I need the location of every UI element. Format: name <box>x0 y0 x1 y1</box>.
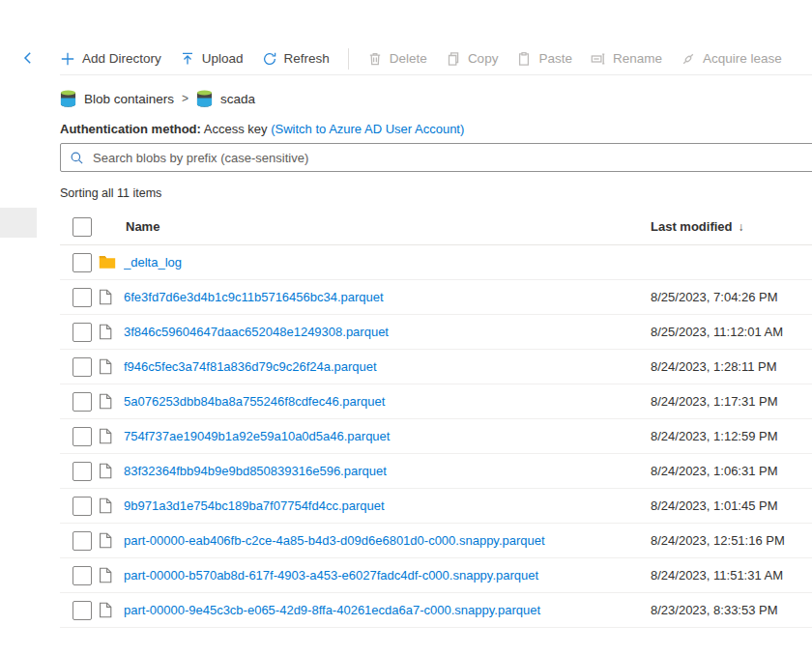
breadcrumb-separator: > <box>182 92 188 105</box>
toolbar-refresh-button[interactable]: Refresh <box>262 51 330 67</box>
toolbar-rename-button: Rename <box>591 51 662 67</box>
toolbar-item-label: Acquire lease <box>703 51 782 66</box>
toolbar-paste-button: Paste <box>516 51 572 67</box>
blob-name-link[interactable]: 6fe3fd7d6e3d4b1c9c11b5716456bc34.parquet <box>124 290 384 304</box>
last-modified-value: 8/24/2023, 1:17:31 PM <box>651 394 812 409</box>
file-icon <box>99 498 112 514</box>
rename-icon <box>591 51 606 67</box>
row-checkbox[interactable] <box>72 531 92 551</box>
sorting-status: Sorting all 11 items <box>60 186 161 200</box>
breadcrumb-current[interactable]: scada <box>220 92 255 106</box>
table-row: 6fe3fd7d6e3d4b1c9c11b5716456bc34.parquet… <box>60 280 812 315</box>
blob-table: Name Last modified ↓ _delta_log 6fe3fd7d… <box>60 209 812 628</box>
table-header: Name Last modified ↓ <box>60 209 812 245</box>
toolbar-acquire-lease-button: Acquire lease <box>681 51 782 67</box>
blob-name-link[interactable]: part-00000-b570ab8d-617f-4903-a453-e6027… <box>124 568 538 583</box>
blob-name-link[interactable]: 5a076253dbb84ba8a755246f8cdfec46.parquet <box>124 394 385 409</box>
last-modified-value: 8/24/2023, 11:51:31 AM <box>651 568 812 583</box>
last-modified-value: 8/24/2023, 1:01:45 PM <box>651 498 812 513</box>
file-icon <box>99 358 112 375</box>
paste-icon <box>516 51 532 67</box>
last-modified-value: 8/25/2023, 11:12:01 AM <box>651 325 812 339</box>
sort-descending-icon: ↓ <box>739 220 744 234</box>
switch-auth-link[interactable]: (Switch to Azure AD User Account) <box>271 122 464 136</box>
row-checkbox[interactable] <box>72 392 92 412</box>
file-icon <box>99 602 112 618</box>
row-checkbox[interactable] <box>72 323 92 342</box>
search-icon <box>70 151 84 165</box>
blob-name-link[interactable]: 83f32364fbb94b9e9bd850839316e596.parquet <box>124 464 387 478</box>
last-modified-value: 8/25/2023, 7:04:26 PM <box>651 290 812 304</box>
row-checkbox[interactable] <box>72 566 92 585</box>
left-panel-fragment <box>0 208 37 238</box>
toolbar-upload-button[interactable]: Upload <box>180 51 244 67</box>
file-icon <box>99 567 112 583</box>
row-checkbox[interactable] <box>72 253 92 272</box>
blob-name-link[interactable]: 9b971a3d1e754bc189ba7f07754fd4cc.parquet <box>124 498 385 513</box>
copy-icon <box>446 51 461 67</box>
file-icon <box>99 463 112 479</box>
table-row: 754f737ae19049b1a92e59a10a0d5a46.parquet… <box>60 419 812 454</box>
search-box[interactable] <box>60 143 812 172</box>
plus-icon <box>60 51 75 67</box>
row-checkbox[interactable] <box>72 601 92 620</box>
table-row: f946c5fec3a74f81a836d79c9c26f24a.parquet… <box>60 350 812 384</box>
breadcrumb: Blob containers > scada <box>60 87 255 110</box>
last-modified-value: 8/24/2023, 1:06:31 PM <box>651 464 812 478</box>
toolbar-copy-button: Copy <box>446 51 499 67</box>
file-icon <box>99 289 112 305</box>
row-checkbox[interactable] <box>72 288 92 307</box>
folder-icon <box>99 255 116 270</box>
search-input[interactable] <box>93 151 804 165</box>
back-button[interactable] <box>16 46 40 70</box>
file-icon <box>99 532 112 549</box>
auth-method-line: Authentication method: Access key (Switc… <box>60 122 464 136</box>
last-modified-value: 8/24/2023, 12:51:16 PM <box>651 533 812 548</box>
chevron-left-icon <box>20 50 36 66</box>
auth-method-value: Access key <box>204 122 268 136</box>
table-row: _delta_log <box>60 245 812 280</box>
toolbar-item-label: Add Directory <box>82 51 161 66</box>
table-row: 3f846c59604647daac652048e1249308.parquet… <box>60 315 812 350</box>
trash-icon <box>367 51 383 67</box>
toolbar-item-label: Refresh <box>284 51 330 66</box>
blob-container-icon <box>60 89 76 108</box>
row-checkbox[interactable] <box>72 427 92 446</box>
toolbar-add-directory-button[interactable]: Add Directory <box>60 51 161 67</box>
upload-icon <box>180 51 195 67</box>
toolbar: Add Directory Upload Refresh Delete Copy… <box>60 43 782 74</box>
table-row: 83f32364fbb94b9e9bd850839316e596.parquet… <box>60 454 812 489</box>
toolbar-item-label: Copy <box>468 51 499 66</box>
blob-name-link[interactable]: part-00000-9e45c3cb-e065-42d9-8ffa-40261… <box>124 603 540 617</box>
last-modified-value: 8/24/2023, 1:28:11 PM <box>651 359 812 374</box>
file-icon <box>99 393 112 410</box>
blob-name-link[interactable]: _delta_log <box>124 255 182 270</box>
file-icon <box>99 324 112 340</box>
last-modified-column-header[interactable]: Last modified ↓ <box>651 219 812 234</box>
toolbar-delete-button: Delete <box>367 51 427 67</box>
toolbar-item-label: Upload <box>202 51 244 66</box>
blob-name-link[interactable]: part-00000-eab406fb-c2ce-4a85-b4d3-d09d6… <box>124 533 545 548</box>
auth-method-label: Authentication method: <box>60 122 201 136</box>
blob-name-link[interactable]: 754f737ae19049b1a92e59a10a0d5a46.parquet <box>124 429 390 443</box>
toolbar-item-label: Delete <box>390 51 427 66</box>
toolbar-separator <box>348 48 349 70</box>
blob-name-link[interactable]: f946c5fec3a74f81a836d79c9c26f24a.parquet <box>124 359 377 374</box>
toolbar-item-label: Rename <box>613 51 662 66</box>
row-checkbox[interactable] <box>72 497 92 516</box>
toolbar-divider <box>60 74 812 75</box>
table-row: part-00000-9e45c3cb-e065-42d9-8ffa-40261… <box>60 593 812 628</box>
last-modified-value: 8/24/2023, 1:12:59 PM <box>651 429 812 443</box>
row-checkbox[interactable] <box>72 462 92 481</box>
last-modified-value: 8/23/2023, 8:33:53 PM <box>651 603 812 617</box>
refresh-icon <box>262 51 277 67</box>
blob-container-icon <box>196 89 213 108</box>
table-row: 5a076253dbb84ba8a755246f8cdfec46.parquet… <box>60 384 812 419</box>
breadcrumb-root[interactable]: Blob containers <box>84 92 174 106</box>
row-checkbox[interactable] <box>72 357 92 377</box>
table-row: part-00000-b570ab8d-617f-4903-a453-e6027… <box>60 558 812 593</box>
blob-name-link[interactable]: 3f846c59604647daac652048e1249308.parquet <box>124 325 389 339</box>
lease-icon <box>681 51 696 67</box>
select-all-checkbox[interactable] <box>72 217 92 237</box>
name-column-header[interactable]: Name <box>126 219 651 234</box>
